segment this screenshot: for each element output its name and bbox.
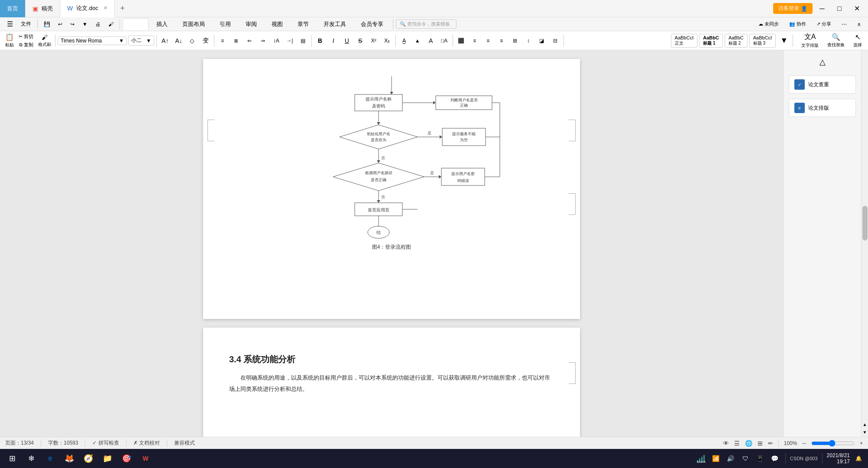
taskbar-app5[interactable]: 🎯 — [118, 451, 135, 466]
ribbon-tab-chapter[interactable]: 章节 — [291, 19, 316, 30]
tab-doc[interactable]: W 论文.doc ✕ — [60, 0, 115, 17]
outdent-button[interactable]: ⇐ — [243, 36, 256, 45]
copy-button[interactable]: ⧉ 复制 — [17, 41, 35, 49]
panel-expand-icon[interactable]: △ — [819, 57, 826, 67]
paper-format-tool[interactable]: ≡ 论文排版 — [789, 99, 856, 117]
ribbon-tab-member[interactable]: 会员专享 — [354, 19, 390, 30]
zoom-plus-button[interactable]: + — [860, 440, 863, 446]
bold-button[interactable]: B — [314, 36, 326, 46]
style-h1[interactable]: AaBbC 标题 1 — [699, 34, 723, 48]
table-border-button[interactable]: ⊟ — [549, 36, 561, 45]
search-box[interactable]: 🔍 查找命令，搜索模板 — [396, 20, 457, 29]
font-color-button[interactable]: A̲ — [398, 36, 410, 45]
paste-button[interactable]: 📋 粘贴 — [3, 32, 16, 49]
taskbar-compass[interactable]: 🧭 — [80, 451, 97, 466]
web-layout-icon[interactable]: 🌐 — [745, 440, 752, 447]
scroll-down-button[interactable]: ▼ — [862, 429, 868, 435]
text-check[interactable]: ✗ 文档校对 — [133, 439, 160, 447]
ribbon-tab-insert[interactable]: 插入 — [149, 19, 175, 30]
format-painter-button[interactable]: 🖌 格式刷 — [36, 33, 53, 49]
nosync-button[interactable]: ☁ 未同步 — [755, 20, 782, 29]
select-button[interactable]: ↖ 选择 — [851, 32, 865, 49]
subscript-button[interactable]: X² — [368, 36, 380, 45]
strikethrough-button[interactable]: S — [354, 36, 366, 46]
collapse-ribbon-button[interactable]: ∧ — [854, 20, 865, 29]
start-button[interactable]: ⊞ — [3, 451, 21, 466]
char-border-button[interactable]: □A — [438, 36, 450, 45]
ribbon-tab-layout[interactable]: 页面布局 — [175, 19, 212, 30]
zoom-minus-button[interactable]: ─ — [802, 440, 806, 446]
ruler-icon[interactable]: ✏ — [768, 440, 773, 447]
increase-font-button[interactable]: A↑ — [159, 36, 171, 46]
phonetic-button[interactable]: ◇ — [186, 36, 198, 46]
style-more-button[interactable]: ▼ — [777, 35, 790, 46]
find-replace-button[interactable]: 🔍 查找替换 — [825, 32, 847, 49]
undo-button[interactable]: ↩ — [55, 20, 66, 29]
scroll-up-button[interactable]: ▲ — [862, 421, 868, 427]
border-button[interactable]: ▤ — [297, 36, 309, 45]
notification-icon[interactable]: 🔔 — [852, 452, 865, 465]
style-h2[interactable]: AaBbC 标题 2 — [725, 34, 748, 48]
document-area[interactable]: 提示用户名称 及密码 判断用户名是否 正确 初始化用户名 是否存为 — [0, 50, 783, 437]
italic-button[interactable]: I — [327, 36, 340, 46]
style-normal[interactable]: AaBbCcI 正文 — [671, 34, 697, 48]
taskbar-ie[interactable]: e — [42, 451, 59, 466]
share-button[interactable]: ↗ 分享 — [813, 20, 835, 29]
close-button[interactable]: ✕ — [849, 2, 865, 15]
scroll-thumb[interactable] — [862, 206, 868, 240]
align-center-button[interactable]: ≡ — [469, 36, 481, 45]
read-mode-icon[interactable]: 👁 — [723, 440, 729, 447]
tab-button[interactable]: →| — [284, 36, 296, 45]
save-button[interactable]: 💾 — [40, 20, 54, 29]
minimize-button[interactable]: ─ — [814, 2, 830, 15]
list2-button[interactable]: ≣ — [230, 36, 242, 45]
decrease-font-button[interactable]: A↓ — [172, 36, 185, 46]
sort-button[interactable]: ↕A — [270, 36, 282, 45]
more-button[interactable]: ⋯ — [838, 20, 850, 29]
font-selector[interactable]: Times New Roma ▼ — [58, 36, 127, 45]
superscript-button[interactable]: X₂ — [381, 36, 393, 45]
list1-button[interactable]: ≡ — [217, 36, 229, 45]
menu-button[interactable]: ☰ — [3, 19, 16, 29]
columns-button[interactable]: ⊞ — [509, 36, 521, 45]
line-spacing-button[interactable]: ↕ — [522, 36, 534, 45]
shading-button[interactable]: A — [425, 36, 437, 46]
indent-button[interactable]: ⇒ — [257, 36, 269, 45]
align-left-button[interactable]: ⬛ — [455, 36, 467, 45]
paper-check-tool[interactable]: ✓ 论文查重 — [789, 75, 856, 94]
convert-button[interactable]: 变 — [200, 36, 212, 46]
print-button[interactable]: 🖨 — [92, 20, 104, 29]
ribbon-tab-start[interactable]: 开始 — [123, 18, 149, 30]
taskbar-firefox[interactable]: 🦊 — [61, 451, 78, 466]
ribbon-tab-ref[interactable]: 引用 — [213, 19, 238, 30]
ribbon-tab-view[interactable]: 视图 — [265, 19, 290, 30]
shade-fill-button[interactable]: ◪ — [536, 36, 548, 45]
maximize-button[interactable]: □ — [832, 2, 847, 15]
highlight-button[interactable]: ▲ — [411, 36, 424, 45]
file-button[interactable]: 文件 — [17, 19, 35, 29]
cut-button[interactable]: ✂ 剪切 — [17, 33, 35, 40]
zoom-slider[interactable] — [811, 440, 855, 447]
tab-wps[interactable]: ▣ 稿壳 — [26, 0, 60, 17]
taskbar-wps[interactable]: W — [137, 451, 154, 466]
underline-button[interactable]: U — [341, 36, 353, 46]
style-h3[interactable]: AaBbCcI 标题 3 — [749, 34, 776, 48]
vertical-scrollbar[interactable]: ▲ ▼ — [861, 50, 868, 437]
outline-icon[interactable]: ☰ — [734, 440, 740, 447]
redo-button[interactable]: ↪ — [67, 20, 78, 29]
undo-more-button[interactable]: ▼ — [79, 20, 91, 29]
visit-login-button[interactable]: 访客登录 👤 — [773, 3, 813, 14]
format-painter-button[interactable]: 🖌 — [105, 20, 117, 29]
font-size-selector[interactable]: 小二 ▼ — [128, 36, 154, 46]
spell-check[interactable]: ✓ 拼写检查 — [92, 439, 119, 447]
add-tab-button[interactable]: + — [115, 0, 130, 17]
taskbar-folder[interactable]: 📁 — [99, 451, 116, 466]
tab-home[interactable]: 首页 — [0, 0, 26, 17]
taskbar-snowflake[interactable]: ❄ — [23, 451, 40, 466]
close-tab-icon[interactable]: ✕ — [104, 5, 107, 11]
split-icon[interactable]: ⊞ — [758, 440, 763, 447]
collab-button[interactable]: 👥 协作 — [786, 20, 810, 29]
text-format-button[interactable]: 文A 文字排版 — [799, 31, 821, 50]
ribbon-tab-review[interactable]: 审阅 — [239, 19, 264, 30]
ribbon-tab-dev[interactable]: 开发工具 — [317, 19, 353, 30]
